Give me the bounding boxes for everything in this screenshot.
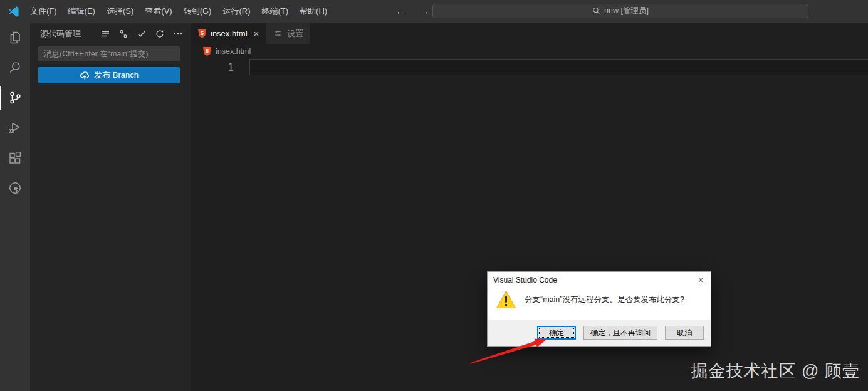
watermark-text: 掘金技术社区 @ 顾壹: [691, 360, 860, 382]
history-navigation: ← →: [394, 0, 431, 23]
tab-insex-html[interactable]: 5 insex.html ×: [191, 23, 266, 44]
menu-view[interactable]: 查看(V): [139, 3, 177, 19]
dialog-ok-dont-ask-button[interactable]: 确定，且不再询问: [583, 326, 657, 340]
source-control-panel: 源代码管理: [30, 23, 191, 391]
vscode-logo-icon: [8, 6, 19, 17]
cloud-upload-icon: [80, 70, 90, 80]
dialog-close-icon[interactable]: ×: [691, 272, 711, 288]
live-preview-icon[interactable]: [0, 173, 30, 203]
source-control-icon[interactable]: [0, 83, 30, 113]
publish-branch-label: 发布 Branch: [94, 70, 139, 81]
menu-file[interactable]: 文件(F): [24, 3, 63, 19]
tab-settings[interactable]: 设置: [266, 23, 310, 44]
command-center-search[interactable]: new [管理员]: [432, 4, 808, 18]
dialog-body: 分支“main”没有远程分支。是否要发布此分支?: [488, 288, 711, 309]
extensions-icon[interactable]: [0, 143, 30, 173]
menu-run[interactable]: 运行(R): [217, 3, 256, 19]
explorer-icon[interactable]: [0, 23, 30, 53]
refresh-icon[interactable]: [154, 28, 165, 39]
menu-edit[interactable]: 编辑(E): [63, 3, 101, 19]
publish-branch-button[interactable]: 发布 Branch: [38, 67, 180, 83]
commit-message-input[interactable]: [38, 46, 180, 61]
scm-header: 源代码管理: [30, 23, 191, 45]
dialog-cancel-button[interactable]: 取消: [665, 326, 704, 340]
dialog-title-bar: Visual Studio Code ×: [488, 272, 711, 288]
activity-bar: [0, 23, 30, 391]
menu-selection[interactable]: 选择(S): [101, 3, 139, 19]
tab-bar: 5 insex.html × 设置: [191, 23, 868, 44]
scm-graph-icon[interactable]: [118, 28, 129, 39]
vscode-window: 文件(F) 编辑(E) 选择(S) 查看(V) 转到(G) 运行(R) 终端(T…: [0, 0, 868, 391]
run-and-debug-icon[interactable]: [0, 113, 30, 143]
search-text: new [管理员]: [604, 6, 649, 16]
html5-file-icon: 5: [203, 47, 211, 56]
view-as-list-icon[interactable]: [100, 28, 111, 39]
scm-title: 源代码管理: [40, 28, 81, 39]
scm-actions: [100, 28, 184, 39]
search-icon: [592, 7, 600, 15]
menu-terminal[interactable]: 终端(T): [256, 3, 294, 19]
more-actions-icon[interactable]: [172, 28, 184, 39]
menu-help[interactable]: 帮助(H): [294, 3, 333, 19]
menu-goto[interactable]: 转到(G): [178, 3, 217, 19]
line-number: 1: [216, 61, 234, 73]
tab-label: 设置: [287, 28, 303, 39]
forward-arrow-icon[interactable]: →: [417, 6, 431, 17]
current-line-highlight[interactable]: [249, 59, 868, 75]
html5-file-icon: 5: [198, 29, 206, 38]
code-area[interactable]: 1: [191, 58, 868, 83]
tab-label: insex.html: [211, 29, 248, 38]
tab-close-icon[interactable]: ×: [254, 29, 259, 38]
title-bar: 文件(F) 编辑(E) 选择(S) 查看(V) 转到(G) 运行(R) 终端(T…: [0, 0, 868, 23]
warning-icon: [496, 290, 516, 309]
settings-sliders-icon: [273, 29, 283, 38]
search-sidebar-icon[interactable]: [0, 53, 30, 83]
breadcrumb-file: insex.html: [216, 47, 251, 56]
back-arrow-icon[interactable]: ←: [394, 6, 407, 17]
commit-check-icon[interactable]: [136, 28, 147, 39]
dialog-message: 分支“main”没有远程分支。是否要发布此分支?: [525, 295, 684, 305]
breadcrumb[interactable]: 5 insex.html: [191, 44, 868, 58]
dialog-title: Visual Studio Code: [493, 276, 557, 284]
annotation-arrow: [439, 332, 564, 376]
